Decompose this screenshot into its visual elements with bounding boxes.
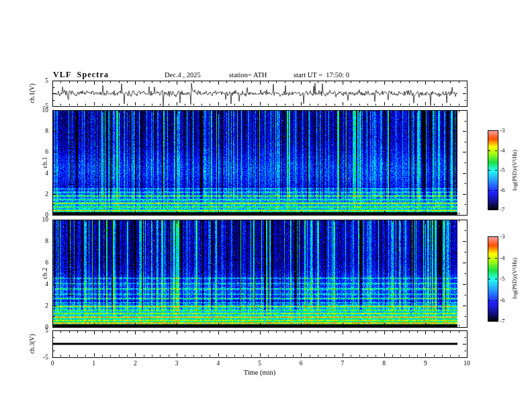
ch2-frequency-axis-label-line2: Frequency (kHz)	[66, 223, 75, 324]
x-tick-label: 8	[378, 360, 391, 367]
x-tick-label: 5	[253, 360, 267, 367]
vlf-spectra-figure: VLF Spectra Dec.4 , 2025 station= ATH st…	[0, 0, 532, 411]
y-tick-label: 10	[30, 216, 48, 224]
y-tick-label: 6	[30, 259, 48, 267]
figure-title: VLF Spectra	[53, 70, 109, 80]
x-tick-label: 6	[294, 360, 308, 367]
colorbar-tick-label: -3	[500, 127, 516, 134]
y-tick-label: 4	[30, 170, 48, 177]
x-tick-label: 10	[460, 360, 474, 367]
colorbar-tick-label: -4	[500, 147, 516, 154]
x-tick-label: 7	[336, 360, 349, 367]
ch1-frequency-axis-label-line2: Frequency (kHz)	[66, 112, 75, 213]
y-tick-label: 2	[30, 302, 48, 310]
colorbar-tick-label: -6	[500, 187, 516, 194]
station-label: station= ATH	[229, 71, 267, 79]
y-tick-label: 4	[30, 281, 48, 288]
x-tick-label: 9	[418, 360, 432, 367]
colorbar-tick-label: -5	[500, 275, 516, 283]
x-tick-label: 1	[87, 360, 101, 367]
y-tick-label: 8	[30, 238, 48, 245]
y-tick-label: 8	[30, 128, 48, 135]
y-tick-label: 6	[30, 148, 48, 156]
colorbar-tick-label: -7	[500, 206, 516, 214]
time-axis-label: Time (min)	[226, 369, 294, 376]
colorbar-tick-label: -5	[500, 167, 516, 174]
colorbar-tick-label: -4	[500, 255, 516, 262]
x-tick-label: 3	[170, 360, 183, 367]
y-tick-label: -5	[30, 354, 48, 361]
colorbar-tick-label: -7	[500, 318, 516, 325]
start-ut-label: start UT = 17:50: 0	[294, 71, 349, 79]
x-tick-label: 2	[128, 360, 142, 367]
y-tick-label: 2	[30, 191, 48, 198]
date-label: Dec.4 , 2025	[165, 71, 201, 79]
colorbar-tick-label: -3	[500, 233, 516, 240]
y-tick-label: 5	[30, 77, 48, 85]
y-tick-label: 5	[30, 327, 48, 334]
colorbar-tick-label: -6	[500, 297, 516, 304]
y-tick-label: -5	[30, 103, 48, 110]
x-tick-label: 4	[212, 360, 225, 367]
